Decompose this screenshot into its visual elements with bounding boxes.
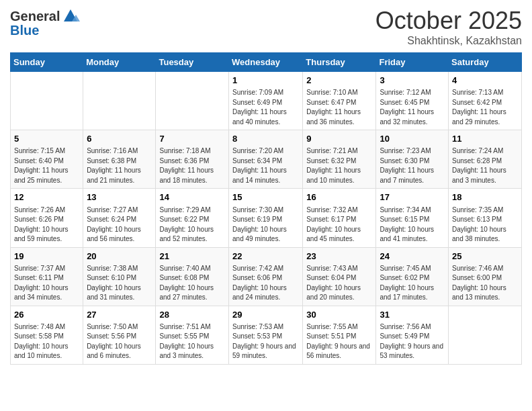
day-cell: 31Sunrise: 7:56 AM Sunset: 5:49 PM Dayli… (376, 306, 449, 364)
day-info: Sunrise: 7:20 AM Sunset: 6:34 PM Dayligh… (232, 146, 299, 185)
week-row-4: 19Sunrise: 7:37 AM Sunset: 6:11 PM Dayli… (11, 247, 522, 306)
day-info: Sunrise: 7:53 AM Sunset: 5:53 PM Dayligh… (232, 322, 299, 361)
day-number: 7 (159, 133, 225, 145)
day-number: 5 (14, 133, 79, 145)
day-info: Sunrise: 7:18 AM Sunset: 6:36 PM Dayligh… (159, 146, 225, 185)
day-cell: 17Sunrise: 7:34 AM Sunset: 6:15 PM Dayli… (376, 189, 449, 247)
day-info: Sunrise: 7:48 AM Sunset: 5:58 PM Dayligh… (14, 322, 79, 361)
day-number: 15 (232, 191, 299, 203)
day-info: Sunrise: 7:51 AM Sunset: 5:55 PM Dayligh… (159, 322, 225, 361)
week-row-3: 12Sunrise: 7:26 AM Sunset: 6:26 PM Dayli… (11, 189, 522, 247)
day-number: 20 (87, 250, 152, 263)
day-number: 28 (159, 309, 225, 321)
day-cell: 29Sunrise: 7:53 AM Sunset: 5:53 PM Dayli… (229, 306, 303, 364)
day-cell: 21Sunrise: 7:40 AM Sunset: 6:08 PM Dayli… (156, 247, 229, 306)
day-info: Sunrise: 7:13 AM Sunset: 6:42 PM Dayligh… (452, 88, 518, 127)
logo-icon (61, 7, 80, 24)
day-number: 1 (232, 75, 299, 87)
day-cell: 26Sunrise: 7:48 AM Sunset: 5:58 PM Dayli… (11, 306, 83, 364)
col-wednesday: Wednesday (229, 53, 303, 72)
day-info: Sunrise: 7:43 AM Sunset: 6:04 PM Dayligh… (306, 264, 372, 303)
day-info: Sunrise: 7:37 AM Sunset: 6:11 PM Dayligh… (14, 264, 79, 303)
day-number: 4 (452, 75, 518, 87)
calendar-page: General Blue October 2025 Shakhtinsk, Ka… (0, 0, 532, 411)
day-cell: 7Sunrise: 7:18 AM Sunset: 6:36 PM Daylig… (156, 130, 229, 189)
col-saturday: Saturday (449, 53, 522, 72)
day-cell: 2Sunrise: 7:10 AM Sunset: 6:47 PM Daylig… (303, 72, 376, 130)
day-info: Sunrise: 7:40 AM Sunset: 6:08 PM Dayligh… (159, 264, 225, 303)
day-cell: 1Sunrise: 7:09 AM Sunset: 6:49 PM Daylig… (229, 72, 303, 130)
day-cell: 23Sunrise: 7:43 AM Sunset: 6:04 PM Dayli… (303, 247, 376, 306)
day-cell (11, 72, 83, 130)
day-info: Sunrise: 7:24 AM Sunset: 6:28 PM Dayligh… (452, 146, 518, 185)
logo-blue-text: Blue (10, 23, 80, 38)
day-info: Sunrise: 7:34 AM Sunset: 6:15 PM Dayligh… (380, 205, 445, 244)
day-cell: 27Sunrise: 7:50 AM Sunset: 5:56 PM Dayli… (83, 306, 156, 364)
day-number: 30 (306, 309, 372, 321)
day-number: 11 (452, 133, 518, 145)
day-cell: 24Sunrise: 7:45 AM Sunset: 6:02 PM Dayli… (376, 247, 449, 306)
col-thursday: Thursday (303, 53, 376, 72)
day-info: Sunrise: 7:46 AM Sunset: 6:00 PM Dayligh… (452, 264, 518, 303)
day-number: 25 (452, 250, 518, 263)
day-cell: 18Sunrise: 7:35 AM Sunset: 6:13 PM Dayli… (449, 189, 522, 247)
day-cell: 22Sunrise: 7:42 AM Sunset: 6:06 PM Dayli… (229, 247, 303, 306)
day-number: 3 (380, 75, 445, 87)
day-cell: 14Sunrise: 7:29 AM Sunset: 6:22 PM Dayli… (156, 189, 229, 247)
month-title: October 2025 (375, 7, 522, 35)
day-info: Sunrise: 7:09 AM Sunset: 6:49 PM Dayligh… (232, 88, 299, 127)
day-number: 29 (232, 309, 299, 321)
day-info: Sunrise: 7:35 AM Sunset: 6:13 PM Dayligh… (452, 205, 518, 244)
day-cell: 8Sunrise: 7:20 AM Sunset: 6:34 PM Daylig… (229, 130, 303, 189)
day-cell: 25Sunrise: 7:46 AM Sunset: 6:00 PM Dayli… (449, 247, 522, 306)
logo: General Blue (10, 7, 80, 38)
day-info: Sunrise: 7:23 AM Sunset: 6:30 PM Dayligh… (380, 146, 445, 185)
day-cell (156, 72, 229, 130)
calendar-table: Sunday Monday Tuesday Wednesday Thursday… (10, 52, 522, 365)
day-cell: 11Sunrise: 7:24 AM Sunset: 6:28 PM Dayli… (449, 130, 522, 189)
day-number: 21 (159, 250, 225, 263)
day-number: 18 (452, 191, 518, 203)
col-sunday: Sunday (11, 53, 83, 72)
day-cell: 19Sunrise: 7:37 AM Sunset: 6:11 PM Dayli… (11, 247, 83, 306)
day-info: Sunrise: 7:10 AM Sunset: 6:47 PM Dayligh… (306, 88, 372, 127)
day-number: 23 (306, 250, 372, 263)
week-row-2: 5Sunrise: 7:15 AM Sunset: 6:40 PM Daylig… (11, 130, 522, 189)
day-number: 19 (14, 250, 79, 263)
day-cell: 4Sunrise: 7:13 AM Sunset: 6:42 PM Daylig… (449, 72, 522, 130)
day-number: 12 (14, 191, 79, 203)
logo-general-text: General (10, 9, 60, 24)
day-number: 22 (232, 250, 299, 263)
day-info: Sunrise: 7:56 AM Sunset: 5:49 PM Dayligh… (380, 322, 445, 361)
day-cell: 16Sunrise: 7:32 AM Sunset: 6:17 PM Dayli… (303, 189, 376, 247)
day-number: 13 (87, 191, 152, 203)
day-number: 27 (87, 309, 152, 321)
day-number: 2 (306, 75, 372, 87)
title-block: October 2025 Shakhtinsk, Kazakhstan (375, 7, 522, 47)
day-number: 10 (380, 133, 445, 145)
header: General Blue October 2025 Shakhtinsk, Ka… (10, 7, 522, 47)
day-cell: 28Sunrise: 7:51 AM Sunset: 5:55 PM Dayli… (156, 306, 229, 364)
day-number: 6 (87, 133, 152, 145)
day-cell: 20Sunrise: 7:38 AM Sunset: 6:10 PM Dayli… (83, 247, 156, 306)
day-number: 16 (306, 191, 372, 203)
day-number: 8 (232, 133, 299, 145)
day-info: Sunrise: 7:45 AM Sunset: 6:02 PM Dayligh… (380, 264, 445, 303)
day-info: Sunrise: 7:50 AM Sunset: 5:56 PM Dayligh… (87, 322, 152, 361)
day-cell: 15Sunrise: 7:30 AM Sunset: 6:19 PM Dayli… (229, 189, 303, 247)
day-cell: 9Sunrise: 7:21 AM Sunset: 6:32 PM Daylig… (303, 130, 376, 189)
col-tuesday: Tuesday (156, 53, 229, 72)
week-row-5: 26Sunrise: 7:48 AM Sunset: 5:58 PM Dayli… (11, 306, 522, 364)
day-number: 24 (380, 250, 445, 263)
day-info: Sunrise: 7:15 AM Sunset: 6:40 PM Dayligh… (14, 146, 79, 185)
week-row-1: 1Sunrise: 7:09 AM Sunset: 6:49 PM Daylig… (11, 72, 522, 130)
day-cell: 13Sunrise: 7:27 AM Sunset: 6:24 PM Dayli… (83, 189, 156, 247)
day-info: Sunrise: 7:21 AM Sunset: 6:32 PM Dayligh… (306, 146, 372, 185)
day-number: 31 (380, 309, 445, 321)
day-info: Sunrise: 7:42 AM Sunset: 6:06 PM Dayligh… (232, 264, 299, 303)
day-cell: 6Sunrise: 7:16 AM Sunset: 6:38 PM Daylig… (83, 130, 156, 189)
day-info: Sunrise: 7:55 AM Sunset: 5:51 PM Dayligh… (306, 322, 372, 361)
day-info: Sunrise: 7:30 AM Sunset: 6:19 PM Dayligh… (232, 205, 299, 244)
day-info: Sunrise: 7:16 AM Sunset: 6:38 PM Dayligh… (87, 146, 152, 185)
col-monday: Monday (83, 53, 156, 72)
